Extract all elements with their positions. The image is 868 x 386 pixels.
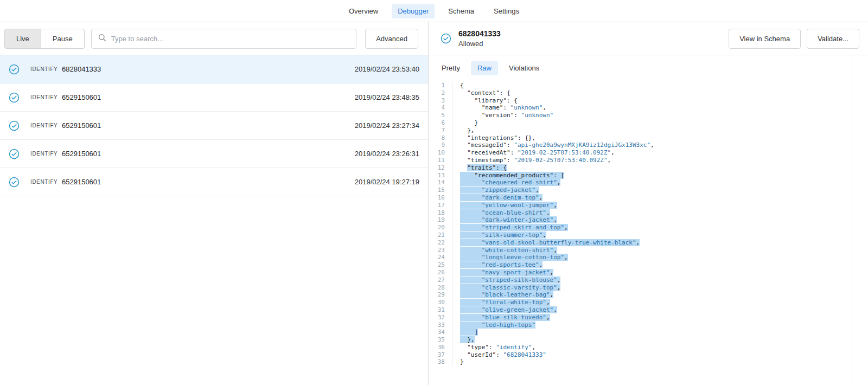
nav-item-schema[interactable]: Schema (442, 4, 480, 18)
line-number: 33 (429, 321, 452, 329)
event-timestamp: 2019/02/24 19:27:19 (355, 178, 419, 186)
code-line: 34 ] (429, 329, 868, 336)
code-line: 37 "userId": "6828041333" (429, 351, 868, 359)
code-line: 2 "context": { (429, 89, 868, 97)
code-line: 16 "dark-denim-top", (429, 194, 868, 202)
code-line: 35 }, (429, 336, 868, 344)
nav-item-settings[interactable]: Settings (488, 4, 525, 18)
live-button[interactable]: Live (4, 29, 41, 49)
line-number: 15 (429, 186, 452, 194)
tab-violations[interactable]: Violations (502, 61, 546, 75)
validate-button[interactable]: Validate... (807, 29, 859, 49)
event-row[interactable]: IDENTIFY65291506012019/02/24 23:48:35 (0, 83, 428, 112)
top-nav: OverviewDebuggerSchemaSettings (0, 0, 868, 22)
detail-actions: View in Schema Validate... (729, 29, 859, 49)
detail-header: 6828041333 Allowed View in Schema Valida… (429, 22, 868, 55)
nav-item-debugger[interactable]: Debugger (392, 4, 435, 18)
code-line: 23 "white-cotton-shirt", (429, 247, 868, 254)
line-number: 35 (429, 336, 452, 344)
code-line: 32 "blue-silk-tuxedo", (429, 314, 868, 321)
line-number: 31 (429, 306, 452, 314)
detail-tabs: PrettyRawViolations (429, 55, 868, 80)
line-number: 36 (429, 344, 452, 351)
check-circle-icon (9, 64, 20, 75)
line-number: 16 (429, 194, 452, 202)
main-content: Live Pause Advanced IDENTIFY682804133320… (0, 22, 868, 385)
line-number: 30 (429, 299, 452, 306)
line-number: 14 (429, 179, 452, 186)
line-number: 34 (429, 329, 452, 336)
line-number: 17 (429, 202, 452, 209)
event-list-panel: Live Pause Advanced IDENTIFY682804133320… (0, 22, 429, 385)
code-line: 17 "yellow-wool-jumper", (429, 202, 868, 209)
code-line: 14 "chequered-red-shirt", (429, 179, 868, 186)
line-number: 21 (429, 231, 452, 239)
code-line: 5 "version": "unknown" (429, 112, 868, 119)
check-circle-icon (9, 149, 20, 159)
line-number: 27 (429, 276, 452, 284)
check-circle-icon (9, 92, 20, 103)
check-circle-icon (441, 33, 451, 44)
line-number: 20 (429, 224, 452, 231)
event-type-label: IDENTIFY (30, 123, 62, 128)
line-number: 11 (429, 157, 452, 164)
line-number: 24 (429, 254, 452, 261)
line-number: 32 (429, 314, 452, 321)
event-type-label: IDENTIFY (30, 151, 62, 157)
event-id: 6529150601 (62, 93, 101, 101)
code-line: 6 } (429, 119, 868, 127)
event-id: 6529150601 (62, 150, 101, 158)
code-line: 15 "zipped-jacket", (429, 186, 868, 194)
line-number: 28 (429, 284, 452, 292)
line-number: 25 (429, 261, 452, 269)
view-in-schema-button[interactable]: View in Schema (729, 29, 801, 49)
search-box[interactable] (91, 29, 356, 49)
code-line: 18 "ocean-blue-shirt", (429, 209, 868, 217)
event-type-label: IDENTIFY (30, 94, 62, 100)
code-view[interactable]: 1{2 "context": {3 "library": {4 "name": … (429, 80, 868, 366)
code-line: 38} (429, 358, 868, 366)
code-line: 31 "olive-green-jacket", (429, 306, 868, 314)
code-line: 9 "messageId": "api-ghe20a9wynMXjKA9iz12… (429, 141, 868, 149)
event-row[interactable]: IDENTIFY65291506012019/02/24 19:27:19 (0, 168, 428, 196)
pause-button[interactable]: Pause (41, 29, 85, 49)
code-line: 21 "silk-summer-top", (429, 231, 868, 239)
line-number: 29 (429, 291, 452, 299)
code-line: 7 }, (429, 127, 868, 134)
line-number: 2 (429, 89, 452, 97)
code-line: 28 "classic-varsity-top", (429, 284, 868, 292)
code-line: 33 "led-high-tops" (429, 321, 868, 329)
code-area: 1{2 "context": {3 "library": {4 "name": … (429, 80, 868, 385)
line-number: 23 (429, 247, 452, 254)
event-id: 6529150601 (62, 178, 101, 186)
event-id: 6529150601 (62, 121, 101, 130)
line-number: 26 (429, 269, 452, 276)
line-number: 1 (429, 82, 452, 89)
event-row[interactable]: IDENTIFY65291506012019/02/24 23:26:31 (0, 140, 428, 168)
code-line: 27 "striped-silk-blouse", (429, 276, 868, 284)
event-list-toolbar: Live Pause Advanced (0, 22, 428, 55)
search-icon (98, 34, 106, 44)
advanced-button[interactable]: Advanced (365, 29, 418, 49)
detail-title: 6828041333 (458, 29, 501, 38)
check-circle-icon (9, 177, 20, 188)
detail-title-block: 6828041333 Allowed (458, 29, 501, 48)
search-input[interactable] (111, 35, 349, 43)
event-detail-panel: 6828041333 Allowed View in Schema Valida… (429, 22, 868, 385)
line-number: 7 (429, 127, 452, 134)
line-number: 19 (429, 216, 452, 224)
nav-item-overview[interactable]: Overview (343, 4, 384, 18)
line-number: 8 (429, 134, 452, 142)
line-number: 38 (429, 358, 452, 366)
event-row[interactable]: IDENTIFY68280413332019/02/24 23:53:40 (0, 55, 428, 83)
code-line: 4 "name": "unknown", (429, 104, 868, 112)
line-number: 13 (429, 172, 452, 179)
tab-raw[interactable]: Raw (471, 61, 498, 75)
detail-body: PrettyRawViolations 1{2 "context": {3 "l… (429, 55, 868, 385)
line-number: 10 (429, 149, 452, 157)
code-line: 3 "library": { (429, 97, 868, 105)
tab-pretty[interactable]: Pretty (435, 61, 467, 75)
event-row[interactable]: IDENTIFY65291506012019/02/24 23:27:34 (0, 112, 428, 140)
scrollbar-track[interactable] (852, 55, 868, 385)
line-number: 3 (429, 97, 452, 105)
